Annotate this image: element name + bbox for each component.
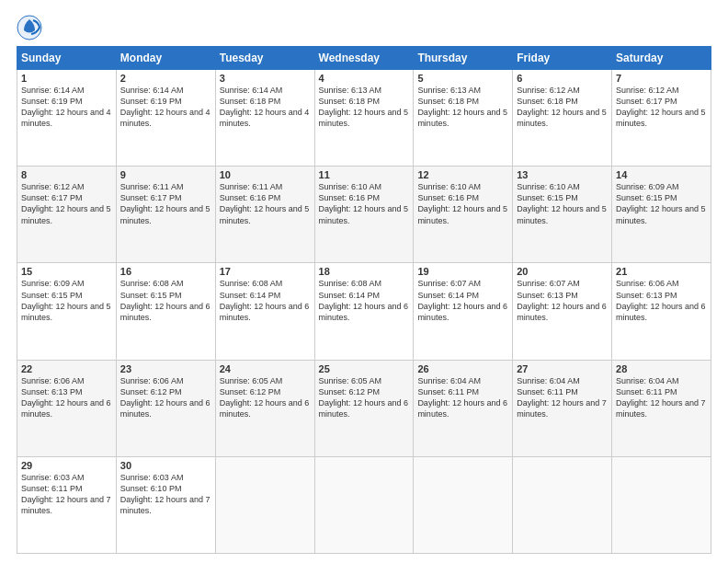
day-number: 29: [21, 460, 112, 471]
calendar-cell: 29 Sunrise: 6:03 AM Sunset: 6:11 PM Dayl…: [17, 456, 117, 553]
calendar-cell: [513, 456, 612, 553]
day-info: Sunrise: 6:07 AM Sunset: 6:14 PM Dayligh…: [417, 278, 508, 323]
col-friday: Friday: [513, 47, 612, 70]
day-number: 22: [21, 363, 112, 374]
calendar-table: Sunday Monday Tuesday Wednesday Thursday…: [17, 46, 711, 554]
day-info: Sunrise: 6:08 AM Sunset: 6:15 PM Dayligh…: [120, 278, 211, 323]
day-info: Sunrise: 6:04 AM Sunset: 6:11 PM Dayligh…: [417, 375, 508, 420]
day-info: Sunrise: 6:04 AM Sunset: 6:11 PM Dayligh…: [616, 375, 707, 420]
day-number: 1: [21, 73, 112, 84]
day-number: 8: [21, 169, 112, 180]
col-tuesday: Tuesday: [215, 47, 314, 70]
day-info: Sunrise: 6:03 AM Sunset: 6:11 PM Dayligh…: [21, 472, 112, 517]
calendar-cell: 23 Sunrise: 6:06 AM Sunset: 6:12 PM Dayl…: [116, 360, 215, 456]
calendar-cell: 14 Sunrise: 6:09 AM Sunset: 6:15 PM Dayl…: [612, 167, 711, 263]
day-info: Sunrise: 6:05 AM Sunset: 6:12 PM Dayligh…: [220, 375, 311, 420]
day-info: Sunrise: 6:12 AM Sunset: 6:17 PM Dayligh…: [616, 85, 707, 130]
calendar-cell: 19 Sunrise: 6:07 AM Sunset: 6:14 PM Dayl…: [414, 263, 513, 360]
calendar-cell: 20 Sunrise: 6:07 AM Sunset: 6:13 PM Dayl…: [513, 263, 612, 360]
calendar-week-1: 1 Sunrise: 6:14 AM Sunset: 6:19 PM Dayli…: [17, 70, 711, 167]
calendar-cell: [215, 456, 314, 553]
day-number: 11: [319, 169, 410, 180]
day-info: Sunrise: 6:10 AM Sunset: 6:16 PM Dayligh…: [319, 181, 410, 226]
day-number: 30: [120, 460, 211, 471]
day-info: Sunrise: 6:13 AM Sunset: 6:18 PM Dayligh…: [319, 85, 410, 130]
day-number: 20: [517, 266, 608, 277]
col-monday: Monday: [116, 47, 215, 70]
col-sunday: Sunday: [17, 47, 117, 70]
calendar-cell: 13 Sunrise: 6:10 AM Sunset: 6:15 PM Dayl…: [513, 167, 612, 263]
day-number: 5: [417, 73, 508, 84]
calendar-cell: 18 Sunrise: 6:08 AM Sunset: 6:14 PM Dayl…: [314, 263, 414, 360]
calendar-cell: [314, 456, 414, 553]
calendar-cell: 17 Sunrise: 6:08 AM Sunset: 6:14 PM Dayl…: [215, 263, 314, 360]
day-number: 16: [120, 266, 211, 277]
calendar-cell: 4 Sunrise: 6:13 AM Sunset: 6:18 PM Dayli…: [314, 70, 414, 167]
day-info: Sunrise: 6:05 AM Sunset: 6:12 PM Dayligh…: [319, 375, 410, 420]
day-number: 7: [616, 73, 707, 84]
calendar-cell: 22 Sunrise: 6:06 AM Sunset: 6:13 PM Dayl…: [17, 360, 117, 456]
calendar-cell: 30 Sunrise: 6:03 AM Sunset: 6:10 PM Dayl…: [116, 456, 215, 553]
day-info: Sunrise: 6:08 AM Sunset: 6:14 PM Dayligh…: [220, 278, 311, 323]
day-info: Sunrise: 6:06 AM Sunset: 6:13 PM Dayligh…: [616, 278, 707, 323]
day-info: Sunrise: 6:08 AM Sunset: 6:14 PM Dayligh…: [319, 278, 410, 323]
day-info: Sunrise: 6:11 AM Sunset: 6:17 PM Dayligh…: [120, 181, 211, 226]
calendar-cell: 7 Sunrise: 6:12 AM Sunset: 6:17 PM Dayli…: [612, 70, 711, 167]
calendar-cell: 1 Sunrise: 6:14 AM Sunset: 6:19 PM Dayli…: [17, 70, 117, 167]
day-info: Sunrise: 6:09 AM Sunset: 6:15 PM Dayligh…: [21, 278, 112, 323]
day-info: Sunrise: 6:07 AM Sunset: 6:13 PM Dayligh…: [517, 278, 608, 323]
day-number: 17: [220, 266, 311, 277]
header: [17, 15, 711, 40]
calendar-week-4: 22 Sunrise: 6:06 AM Sunset: 6:13 PM Dayl…: [17, 360, 711, 456]
day-number: 23: [120, 363, 211, 374]
day-number: 13: [517, 169, 608, 180]
day-number: 12: [417, 169, 508, 180]
calendar-page: Sunday Monday Tuesday Wednesday Thursday…: [0, 0, 728, 563]
calendar-cell: 9 Sunrise: 6:11 AM Sunset: 6:17 PM Dayli…: [116, 167, 215, 263]
day-info: Sunrise: 6:03 AM Sunset: 6:10 PM Dayligh…: [120, 472, 211, 517]
day-number: 21: [616, 266, 707, 277]
day-info: Sunrise: 6:14 AM Sunset: 6:19 PM Dayligh…: [21, 85, 112, 130]
day-number: 24: [220, 363, 311, 374]
day-number: 27: [517, 363, 608, 374]
calendar-cell: 10 Sunrise: 6:11 AM Sunset: 6:16 PM Dayl…: [215, 167, 314, 263]
day-info: Sunrise: 6:14 AM Sunset: 6:18 PM Dayligh…: [220, 85, 311, 130]
calendar-cell: 24 Sunrise: 6:05 AM Sunset: 6:12 PM Dayl…: [215, 360, 314, 456]
day-number: 15: [21, 266, 112, 277]
calendar-cell: 28 Sunrise: 6:04 AM Sunset: 6:11 PM Dayl…: [612, 360, 711, 456]
calendar-header-row: Sunday Monday Tuesday Wednesday Thursday…: [17, 47, 711, 70]
day-number: 9: [120, 169, 211, 180]
day-info: Sunrise: 6:13 AM Sunset: 6:18 PM Dayligh…: [417, 85, 508, 130]
calendar-cell: 15 Sunrise: 6:09 AM Sunset: 6:15 PM Dayl…: [17, 263, 117, 360]
day-info: Sunrise: 6:10 AM Sunset: 6:15 PM Dayligh…: [517, 181, 608, 226]
day-number: 26: [417, 363, 508, 374]
calendar-cell: 6 Sunrise: 6:12 AM Sunset: 6:18 PM Dayli…: [513, 70, 612, 167]
day-info: Sunrise: 6:12 AM Sunset: 6:18 PM Dayligh…: [517, 85, 608, 130]
logo-icon: [17, 15, 42, 40]
calendar-cell: 5 Sunrise: 6:13 AM Sunset: 6:18 PM Dayli…: [414, 70, 513, 167]
day-info: Sunrise: 6:06 AM Sunset: 6:13 PM Dayligh…: [21, 375, 112, 420]
calendar-cell: 21 Sunrise: 6:06 AM Sunset: 6:13 PM Dayl…: [612, 263, 711, 360]
calendar-cell: 12 Sunrise: 6:10 AM Sunset: 6:16 PM Dayl…: [414, 167, 513, 263]
calendar-week-3: 15 Sunrise: 6:09 AM Sunset: 6:15 PM Dayl…: [17, 263, 711, 360]
day-info: Sunrise: 6:06 AM Sunset: 6:12 PM Dayligh…: [120, 375, 211, 420]
day-info: Sunrise: 6:14 AM Sunset: 6:19 PM Dayligh…: [120, 85, 211, 130]
day-number: 14: [616, 169, 707, 180]
calendar-week-2: 8 Sunrise: 6:12 AM Sunset: 6:17 PM Dayli…: [17, 167, 711, 263]
day-info: Sunrise: 6:10 AM Sunset: 6:16 PM Dayligh…: [417, 181, 508, 226]
col-saturday: Saturday: [612, 47, 711, 70]
calendar-cell: 3 Sunrise: 6:14 AM Sunset: 6:18 PM Dayli…: [215, 70, 314, 167]
calendar-cell: 27 Sunrise: 6:04 AM Sunset: 6:11 PM Dayl…: [513, 360, 612, 456]
calendar-cell: 2 Sunrise: 6:14 AM Sunset: 6:19 PM Dayli…: [116, 70, 215, 167]
day-number: 2: [120, 73, 211, 84]
day-number: 19: [417, 266, 508, 277]
day-info: Sunrise: 6:04 AM Sunset: 6:11 PM Dayligh…: [517, 375, 608, 420]
calendar-cell: 16 Sunrise: 6:08 AM Sunset: 6:15 PM Dayl…: [116, 263, 215, 360]
day-info: Sunrise: 6:12 AM Sunset: 6:17 PM Dayligh…: [21, 181, 112, 226]
calendar-cell: 26 Sunrise: 6:04 AM Sunset: 6:11 PM Dayl…: [414, 360, 513, 456]
calendar-week-5: 29 Sunrise: 6:03 AM Sunset: 6:11 PM Dayl…: [17, 456, 711, 553]
day-number: 6: [517, 73, 608, 84]
day-number: 18: [319, 266, 410, 277]
day-number: 3: [220, 73, 311, 84]
calendar-cell: [414, 456, 513, 553]
